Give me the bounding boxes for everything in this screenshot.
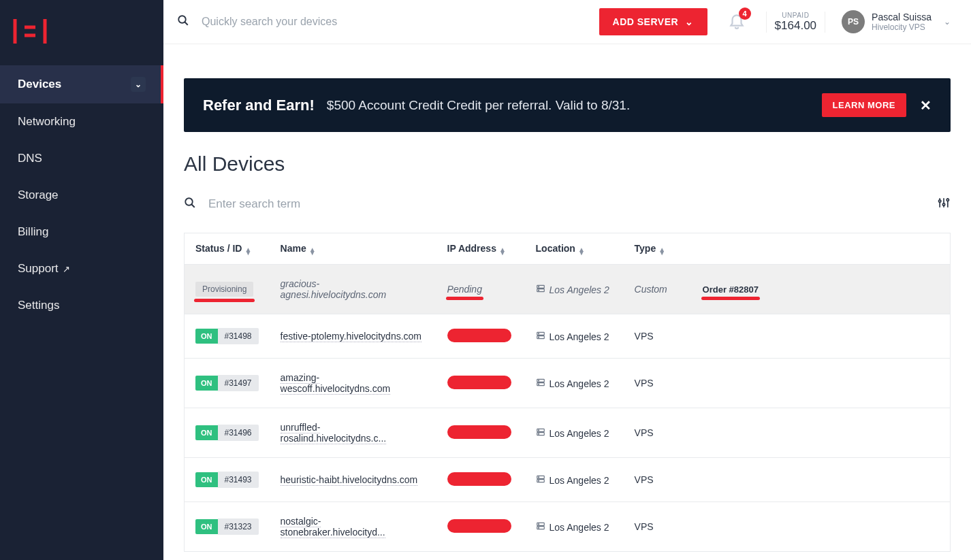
sort-icon: ▲▼ <box>578 248 585 254</box>
svg-point-20 <box>538 333 539 333</box>
status-cell: ON#31497 <box>195 375 259 391</box>
device-location: Los Angeles 2 <box>525 502 624 552</box>
unpaid-block[interactable]: UNPAID $164.00 <box>766 12 825 33</box>
svg-point-17 <box>538 290 539 291</box>
svg-line-5 <box>185 22 188 25</box>
table-row[interactable]: Provisioninggracious-agnesi.hivelocitydn… <box>185 265 951 314</box>
sidebar-item-label: Billing <box>18 225 48 239</box>
learn-more-button[interactable]: LEARN MORE <box>822 93 906 117</box>
device-location: Los Angeles 2 <box>525 458 624 502</box>
device-name-link[interactable]: festive-ptolemy.hivelocitydns.com <box>281 331 421 342</box>
sidebar-item-billing[interactable]: Billing <box>0 214 163 250</box>
avatar: PS <box>842 10 865 33</box>
unpaid-amount: $164.00 <box>775 19 816 33</box>
svg-point-21 <box>538 337 539 337</box>
search-icon <box>177 14 189 29</box>
profile-name: Pascal Suissa <box>872 12 932 22</box>
device-name-link[interactable]: amazing-wescoff.hivelocitydns.com <box>281 372 391 395</box>
chevron-down-icon: ⌄ <box>685 16 694 27</box>
table-row[interactable]: ON#31323nostalgic-stonebraker.hivelocity… <box>185 502 951 552</box>
col-header[interactable]: IP Address▲▼ <box>436 233 525 265</box>
device-location: Los Angeles 2 <box>525 265 624 314</box>
svg-point-32 <box>538 476 539 477</box>
device-name-link[interactable]: heuristic-haibt.hivelocitydns.com <box>281 474 418 486</box>
nav: Devices⌄NetworkingDNSStorageBillingSuppo… <box>0 65 163 324</box>
status-badge: ON <box>195 376 218 391</box>
sidebar-item-devices[interactable]: Devices⌄ <box>0 65 163 103</box>
server-icon <box>536 284 545 295</box>
global-search-input[interactable] <box>202 16 587 28</box>
page-title: All Devices <box>184 152 951 176</box>
refer-banner: Refer and Earn! $500 Account Credit Cred… <box>184 78 951 132</box>
search-icon <box>184 197 196 212</box>
col-header[interactable]: Location▲▼ <box>525 233 624 265</box>
banner-text: $500 Account Credit Credit per referral.… <box>327 98 822 113</box>
device-type: Custom <box>624 265 692 314</box>
svg-point-4 <box>178 16 186 23</box>
table-search-input[interactable] <box>208 192 925 216</box>
main: ADD SERVER ⌄ 4 UNPAID $164.00 PS Pascal … <box>163 0 971 560</box>
sidebar: Devices⌄NetworkingDNSStorageBillingSuppo… <box>0 0 163 560</box>
device-id: #31497 <box>218 375 259 391</box>
sidebar-item-label: Storage <box>18 188 59 202</box>
device-id: #31323 <box>218 518 259 535</box>
device-location: Los Angeles 2 <box>525 314 624 359</box>
svg-point-29 <box>538 433 539 434</box>
col-header[interactable]: Type▲▼ <box>624 233 692 265</box>
table-header-row: Status / ID▲▼Name▲▼IP Address▲▼Location▲… <box>185 233 951 265</box>
sort-icon: ▲▼ <box>309 248 316 254</box>
topbar: ADD SERVER ⌄ 4 UNPAID $164.00 PS Pascal … <box>163 0 971 44</box>
sidebar-item-support[interactable]: Support↗ <box>0 250 163 287</box>
sort-icon: ▲▼ <box>499 248 506 254</box>
sidebar-item-label: Support↗ <box>18 262 70 276</box>
table-row[interactable]: ON#31497amazing-wescoff.hivelocitydns.co… <box>185 359 951 408</box>
status-badge: ON <box>195 472 218 487</box>
external-link-icon: ↗ <box>63 264 70 274</box>
svg-line-7 <box>191 204 195 208</box>
ip-redacted <box>447 376 511 389</box>
sidebar-item-settings[interactable]: Settings <box>0 287 163 324</box>
logo[interactable] <box>0 0 163 65</box>
svg-point-13 <box>946 199 949 201</box>
table-row[interactable]: ON#31496unruffled-rosalind.hivelocitydns… <box>185 408 951 458</box>
add-server-button[interactable]: ADD SERVER ⌄ <box>599 8 707 35</box>
device-id: #31493 <box>218 472 259 488</box>
content: Refer and Earn! $500 Account Credit Cred… <box>163 44 971 560</box>
sort-icon: ▲▼ <box>658 248 665 254</box>
ip-redacted <box>447 472 511 486</box>
status-badge: ON <box>195 425 218 440</box>
sidebar-item-label: DNS <box>18 152 42 165</box>
device-name-link[interactable]: nostalgic-stonebraker.hivelocityd... <box>281 516 385 538</box>
table-row[interactable]: ON#31498festive-ptolemy.hivelocitydns.co… <box>185 314 951 359</box>
col-header[interactable]: Status / ID▲▼ <box>185 233 270 265</box>
status-cell: ON#31323 <box>195 518 259 535</box>
server-icon <box>536 522 545 533</box>
svg-point-16 <box>538 286 539 286</box>
sidebar-item-networking[interactable]: Networking <box>0 103 163 140</box>
logo-icon <box>12 19 151 44</box>
sidebar-item-dns[interactable]: DNS <box>0 140 163 177</box>
svg-point-24 <box>538 380 539 380</box>
device-name-link[interactable]: unruffled-rosalind.hivelocitydns.c... <box>281 422 387 444</box>
svg-point-37 <box>538 527 539 528</box>
status-badge: ON <box>195 519 218 534</box>
device-location: Los Angeles 2 <box>525 408 624 458</box>
sort-icon: ▲▼ <box>244 248 251 254</box>
svg-point-28 <box>538 429 539 430</box>
table-toolbar <box>184 192 951 216</box>
status-badge: ON <box>195 329 218 344</box>
sidebar-item-storage[interactable]: Storage <box>0 177 163 214</box>
filter-icon[interactable] <box>937 196 951 213</box>
global-search <box>177 14 587 29</box>
table-row[interactable]: ON#31493heuristic-haibt.hivelocitydns.co… <box>185 458 951 502</box>
ip-redacted <box>447 519 511 533</box>
profile-menu[interactable]: PS Pascal Suissa Hivelocity VPS ⌄ <box>838 10 951 33</box>
col-header[interactable]: Name▲▼ <box>270 233 436 265</box>
notifications-button[interactable]: 4 <box>720 12 754 32</box>
sidebar-item-label: Settings <box>18 299 59 312</box>
sidebar-item-label: Devices <box>18 78 61 91</box>
device-type: VPS <box>624 458 692 502</box>
svg-point-36 <box>538 523 539 524</box>
device-type: VPS <box>624 359 692 408</box>
close-icon[interactable]: ✕ <box>920 97 932 114</box>
